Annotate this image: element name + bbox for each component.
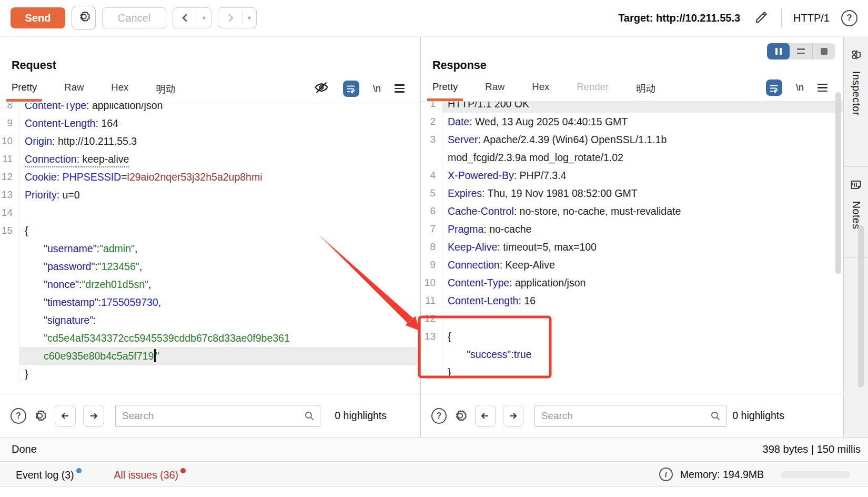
search-icon (304, 410, 315, 424)
search-help-icon[interactable] (11, 408, 26, 424)
code-line: 15{ (0, 222, 420, 240)
line-number: 7 (421, 220, 442, 238)
request-search-bar: 0 highlights (0, 394, 420, 437)
line-number: 9 (0, 114, 19, 132)
search-help-icon[interactable] (431, 408, 447, 424)
search-previous-button[interactable] (55, 405, 76, 427)
line-number (0, 311, 19, 329)
response-search-input[interactable] (534, 405, 727, 427)
inspector-icon (850, 48, 862, 63)
footer-bar: Event log (3) All issues (36) Memory: 19… (0, 462, 868, 487)
sidebar-tab-label: Inspector (850, 71, 862, 116)
tab-raw[interactable]: Raw (64, 82, 84, 95)
search-next-button[interactable] (83, 405, 104, 427)
code-line: 14 (0, 204, 420, 222)
line-number: 10 (421, 274, 442, 292)
line-number (421, 345, 442, 363)
code-line: 12 (421, 310, 843, 327)
line-number: 11 (0, 150, 19, 168)
response-metrics: 398 bytes | 150 millis (763, 443, 861, 455)
response-viewer[interactable]: 1HTTP/1.1 200 OK2Date: Wed, 13 Aug 2025 … (421, 102, 843, 394)
line-number: 10 (0, 132, 19, 150)
history-dropdown-icon[interactable]: ▼ (243, 15, 256, 21)
tab-pretty[interactable]: Pretty (12, 82, 37, 95)
line-number (0, 329, 19, 347)
response-title: Response (432, 59, 843, 72)
code-line: 3Server: Apache/2.4.39 (Win64) OpenSSL/1… (421, 131, 843, 148)
code-line: "password":"123456", (0, 257, 420, 275)
gear-icon (77, 9, 91, 26)
code-line: 10Content-Type: application/json (421, 274, 843, 292)
code-line: 5Expires: Thu, 19 Nov 1981 08:52:00 GMT (421, 184, 843, 202)
code-line: 1HTTP/1.1 200 OK (421, 102, 843, 113)
code-line: 13{ (421, 327, 843, 345)
single-layout-button[interactable] (813, 43, 835, 59)
code-line: 6Cache-Control: no-store, no-cache, must… (421, 202, 843, 220)
status-text: Done (12, 443, 37, 455)
notes-icon (850, 178, 862, 193)
hide-headers-icon[interactable] (314, 79, 329, 97)
memory-info-icon[interactable] (659, 468, 673, 481)
next-request-button[interactable]: ▼ (218, 7, 257, 28)
search-next-button[interactable] (503, 405, 523, 427)
code-line: "nonce":"drzeh01d5sn", (0, 275, 420, 293)
line-number (0, 240, 19, 257)
search-settings-icon[interactable] (452, 408, 468, 423)
request-scrollbar[interactable] (858, 225, 864, 387)
tab-hex[interactable]: Hex (111, 82, 128, 95)
response-tab-bar: PrettyRawHexRender明动 \n (421, 79, 843, 102)
tab-明动[interactable]: 明动 (156, 82, 175, 95)
layout-segmented-control (767, 43, 835, 59)
menu-icon[interactable] (817, 84, 827, 92)
tab-raw[interactable]: Raw (485, 81, 504, 95)
code-line: "signature": (0, 311, 420, 329)
tab-render[interactable]: Render (577, 81, 609, 95)
code-line: 7Pragma: no-cache (421, 220, 843, 238)
line-number: 5 (421, 184, 442, 202)
all-issues-link[interactable]: All issues (36) (114, 468, 186, 481)
line-number (0, 347, 19, 365)
line-number (421, 363, 442, 381)
line-number: 8 (421, 238, 442, 256)
word-wrap-icon[interactable] (343, 81, 359, 97)
http-version-selector[interactable]: HTTP/1 (793, 12, 830, 24)
response-scrollbar[interactable] (835, 92, 841, 274)
newline-toggle[interactable]: \n (796, 82, 804, 93)
search-settings-icon[interactable] (32, 408, 47, 423)
line-number (0, 365, 19, 383)
cancel-button[interactable]: Cancel (102, 7, 166, 28)
code-line: 12Cookie: PHPSESSID=l29aio2nqer53j32h5a2… (0, 168, 420, 186)
line-number: 3 (421, 131, 442, 148)
search-icon (710, 410, 721, 424)
code-line: 8Content-Type: application/json (0, 103, 420, 114)
rows-layout-button[interactable] (790, 43, 812, 59)
edit-target-icon[interactable] (754, 9, 770, 27)
send-settings-button[interactable] (72, 6, 96, 30)
help-icon[interactable] (841, 10, 857, 26)
code-line: 11Content-Length: 16 (421, 292, 843, 310)
previous-request-button[interactable]: ▼ (173, 7, 211, 28)
event-log-link[interactable]: Event log (3) (16, 468, 82, 481)
word-wrap-icon[interactable] (766, 79, 782, 96)
line-number: 4 (421, 166, 442, 184)
request-panel: Request PrettyRawHex明动 \n 8Content-Type:… (0, 37, 421, 437)
response-panel: Response PrettyRawHexRender明动 \n 1HTTP/1… (421, 37, 843, 437)
code-line: c60e935e80b4c5a5f719" (0, 347, 420, 365)
request-editor[interactable]: 8Content-Type: application/json9Content-… (0, 103, 420, 394)
menu-icon[interactable] (395, 84, 405, 93)
search-previous-button[interactable] (475, 405, 496, 427)
newline-toggle[interactable]: \n (373, 83, 381, 94)
tab-hex[interactable]: Hex (532, 81, 549, 95)
code-line: 13Priority: u=0 (0, 186, 420, 204)
tab-pretty[interactable]: Pretty (432, 81, 458, 95)
code-line: } (421, 363, 843, 381)
sidebar-tab-inspector[interactable]: Inspector (844, 37, 868, 167)
code-line: "success":true (421, 345, 843, 363)
send-button[interactable]: Send (11, 7, 65, 28)
tab-明动[interactable]: 明动 (636, 81, 655, 95)
sidebar-tab-notes[interactable]: Notes (844, 167, 868, 258)
request-search-input[interactable] (115, 405, 320, 427)
pause-layout-button[interactable] (767, 43, 790, 59)
status-bar: Done 398 bytes | 150 millis (0, 437, 868, 462)
history-dropdown-icon[interactable]: ▼ (197, 15, 211, 21)
